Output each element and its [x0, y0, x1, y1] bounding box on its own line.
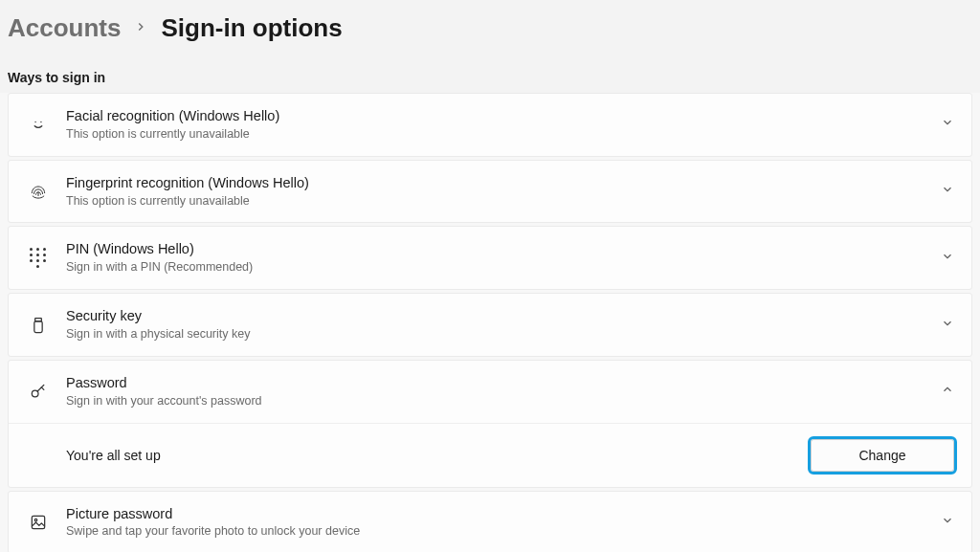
- option-header[interactable]: Fingerprint recognition (Windows Hello) …: [9, 161, 971, 223]
- option-desc: This option is currently unavailable: [66, 193, 941, 210]
- face-icon: [26, 115, 51, 134]
- option-facial-recognition: Facial recognition (Windows Hello) This …: [8, 93, 972, 157]
- option-security-key: Security key Sign in with a physical sec…: [8, 293, 972, 357]
- keypad-icon: [26, 248, 51, 269]
- page-title: Sign-in options: [161, 13, 342, 43]
- chevron-down-icon: [941, 317, 954, 334]
- option-title: Security key: [66, 307, 941, 325]
- option-picture-password: Picture password Swipe and tap your favo…: [8, 491, 972, 552]
- fingerprint-icon: [26, 182, 51, 201]
- option-title: Facial recognition (Windows Hello): [66, 107, 941, 125]
- breadcrumb: Accounts Sign-in options: [0, 0, 980, 60]
- option-fingerprint-recognition: Fingerprint recognition (Windows Hello) …: [8, 160, 972, 224]
- option-title: PIN (Windows Hello): [66, 240, 941, 258]
- option-desc: Sign in with a physical security key: [66, 326, 941, 342]
- chevron-down-icon: [941, 250, 954, 267]
- option-expanded-body: You're all set up Change: [9, 423, 971, 487]
- breadcrumb-parent[interactable]: Accounts: [8, 13, 121, 43]
- svg-point-0: [34, 121, 35, 122]
- svg-rect-3: [34, 320, 42, 332]
- option-header[interactable]: Password Sign in with your account's pas…: [9, 361, 971, 423]
- svg-point-6: [34, 519, 37, 521]
- chevron-up-icon: [941, 383, 954, 400]
- option-header[interactable]: PIN (Windows Hello) Sign in with a PIN (…: [9, 227, 971, 289]
- key-icon: [26, 382, 51, 401]
- password-status: You're all set up: [66, 448, 161, 463]
- chevron-down-icon: [941, 514, 954, 531]
- section-heading: Ways to sign in: [0, 60, 980, 93]
- option-desc: Sign in with your account's password: [66, 393, 941, 409]
- option-pin: PIN (Windows Hello) Sign in with a PIN (…: [8, 226, 972, 290]
- chevron-right-icon: [134, 18, 147, 38]
- option-password: Password Sign in with your account's pas…: [8, 360, 972, 488]
- change-button[interactable]: Change: [811, 439, 954, 472]
- option-title: Fingerprint recognition (Windows Hello): [66, 174, 941, 192]
- option-desc: This option is currently unavailable: [66, 126, 941, 143]
- option-desc: Swipe and tap your favorite photo to unl…: [66, 523, 941, 540]
- option-title: Password: [66, 374, 941, 392]
- svg-rect-5: [32, 516, 44, 528]
- signin-options-list: Facial recognition (Windows Hello) This …: [0, 93, 980, 552]
- option-header[interactable]: Security key Sign in with a physical sec…: [9, 294, 971, 356]
- usb-key-icon: [26, 316, 51, 335]
- svg-point-1: [40, 121, 41, 122]
- option-header[interactable]: Picture password Swipe and tap your favo…: [9, 492, 971, 552]
- option-desc: Sign in with a PIN (Recommended): [66, 259, 941, 276]
- chevron-down-icon: [941, 183, 954, 200]
- chevron-down-icon: [941, 116, 954, 133]
- option-header[interactable]: Facial recognition (Windows Hello) This …: [9, 94, 971, 156]
- picture-icon: [26, 513, 51, 532]
- option-title: Picture password: [66, 505, 941, 523]
